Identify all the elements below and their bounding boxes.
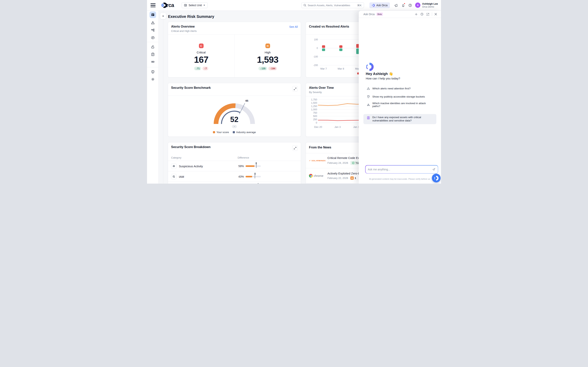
select-unit-label: Select Unit <box>189 4 202 7</box>
sidebar-item-attack-paths[interactable] <box>150 44 156 50</box>
sidebar-item-settings[interactable] <box>150 76 156 83</box>
solarwinds-logo: SOLARWINDS <box>309 159 326 162</box>
svg-text:1,000: 1,000 <box>311 108 317 111</box>
menu-icon[interactable] <box>151 3 155 7</box>
suggestion-exposed-assets[interactable]: Do I have any exposed assets with critic… <box>363 114 436 124</box>
ai-disclaimer: AI-generated content may be inaccurate. … <box>365 178 435 180</box>
high-badge: H <box>265 43 270 48</box>
gauge-legend: Your score Industry average <box>168 131 301 134</box>
notification-dot <box>404 3 405 4</box>
help-icon[interactable] <box>408 3 412 8</box>
table-header: Category Difference <box>168 155 301 161</box>
expand-icon <box>294 88 296 90</box>
orca-icon <box>434 176 439 181</box>
fullscreen-icon[interactable] <box>426 12 430 16</box>
ask-orca-panel: Ask Orca Beta Hey Ashleigh 👋 How can I h… <box>359 11 441 184</box>
severity-label: High <box>265 51 271 54</box>
expand-widgets-button[interactable]: » <box>160 13 166 19</box>
greeting: Hey Ashleigh 👋 <box>366 72 393 76</box>
user-menu[interactable]: A Ashleigh Lee Orca Demo <box>415 2 438 8</box>
difference-value: 43% <box>238 175 244 178</box>
legend-label: Industry average <box>236 131 256 134</box>
table-row[interactable] <box>168 182 301 184</box>
category-label: IAM <box>179 175 184 178</box>
svg-text:1,500: 1,500 <box>311 102 317 104</box>
card-title: Created vs Resolved Alerts <box>309 25 349 28</box>
storage-bucket-icon <box>367 95 370 98</box>
sidebar-item-inventory[interactable] <box>150 27 156 33</box>
global-search: ⌘K <box>301 2 364 8</box>
legend-label: Your score <box>216 131 229 134</box>
suggestion-inactive-identities[interactable]: Which inactive identities are involved i… <box>363 101 436 109</box>
suggestion-alerts[interactable]: Which alerts need attention first? <box>363 84 436 92</box>
sidebar-item-shift-left[interactable] <box>150 58 156 65</box>
difference-bar <box>246 165 261 167</box>
alert-triangle-icon <box>367 87 370 90</box>
ask-orca-button[interactable]: Ask Orca <box>369 2 390 8</box>
card-title: From the News <box>309 146 331 149</box>
benchmark-marker <box>255 173 256 175</box>
panel-header: Ask Orca Beta <box>359 11 441 18</box>
expand-widget-button[interactable] <box>292 86 298 92</box>
svg-text:-100: -100 <box>313 55 318 58</box>
document-icon <box>367 116 370 119</box>
chat-input[interactable] <box>368 168 432 171</box>
critical-badge: C <box>199 43 204 48</box>
unit-icon <box>184 4 187 7</box>
card-subtitle: Critical and High Alerts <box>171 30 197 33</box>
svg-text:Jan 3: Jan 3 <box>334 125 341 128</box>
send-icon[interactable] <box>432 168 435 171</box>
svg-text:rca: rca <box>166 2 174 8</box>
category-column-header: Category <box>171 156 181 159</box>
svg-text:0: 0 <box>316 47 318 50</box>
news-title: Actively Exploited Zero-Day <box>327 172 363 175</box>
notifications-icon[interactable] <box>401 3 405 8</box>
zoom-out-button[interactable]: – <box>232 125 237 128</box>
shield-icon <box>151 70 155 74</box>
new-chat-icon[interactable] <box>414 12 418 16</box>
svg-text:1,750: 1,750 <box>311 98 317 101</box>
orca-assistant-fab[interactable] <box>432 174 441 183</box>
table-row[interactable]: Suspicious Activity 59% <box>168 161 301 171</box>
orca-ai-logo <box>366 63 374 71</box>
svg-text:Mar 8: Mar 8 <box>338 67 344 70</box>
sidebar-item-alerts[interactable] <box>150 19 156 26</box>
expand-widget-button[interactable] <box>292 145 298 151</box>
see-all-link[interactable]: See All <box>289 25 298 28</box>
difference-value: 59% <box>238 165 244 168</box>
close-icon[interactable] <box>434 12 438 16</box>
topbar: rca Select Unit ▼ ⌘K Ask Orca <box>147 0 441 11</box>
news-date: February 24, 2026 <box>327 161 348 164</box>
suggestion-storage-buckets[interactable]: Show my publicly accessible storage buck… <box>363 92 436 101</box>
critical-count: 167 <box>194 54 208 65</box>
search-input[interactable] <box>308 4 356 7</box>
announcements-icon[interactable] <box>394 3 398 8</box>
card-title: Security Score Breakdown <box>171 145 211 149</box>
history-icon[interactable] <box>420 12 424 16</box>
security-score-benchmark-card: Security Score Benchmark 6552 – Your sco… <box>168 83 301 137</box>
sidebar-item-compliance[interactable] <box>150 51 156 58</box>
beta-badge: Beta <box>376 13 383 16</box>
unlock-icon <box>151 45 155 49</box>
ask-orca-label: Ask Orca <box>376 4 388 7</box>
divider <box>432 12 432 16</box>
svg-text:1,250: 1,250 <box>311 105 317 108</box>
sidebar-item-dashboards[interactable] <box>150 11 156 18</box>
sidebar-item-discovery[interactable] <box>150 34 156 41</box>
table-row[interactable]: IAM 43% <box>168 171 301 182</box>
svg-text:0: 0 <box>316 121 317 124</box>
news-date: February 22, 2026 <box>327 177 348 180</box>
chevron-down-icon: ▼ <box>203 4 205 6</box>
sidebar-item-security[interactable] <box>150 69 156 75</box>
card-title: Alerts Over Time <box>309 86 334 90</box>
check-circle-icon <box>352 162 354 164</box>
select-unit-dropdown[interactable]: Select Unit ▼ <box>182 2 208 8</box>
suspicious-activity-icon <box>171 163 177 169</box>
svg-text:750: 750 <box>313 111 317 114</box>
decrease-pill: ↓71 <box>194 67 201 70</box>
card-title: Alerts Overview <box>171 25 197 28</box>
svg-text:-200: -200 <box>313 64 318 67</box>
sidebar-divider <box>147 67 158 67</box>
arrow-down-icon: ↓ <box>196 67 197 70</box>
card-title: Security Score Benchmark <box>171 86 211 90</box>
